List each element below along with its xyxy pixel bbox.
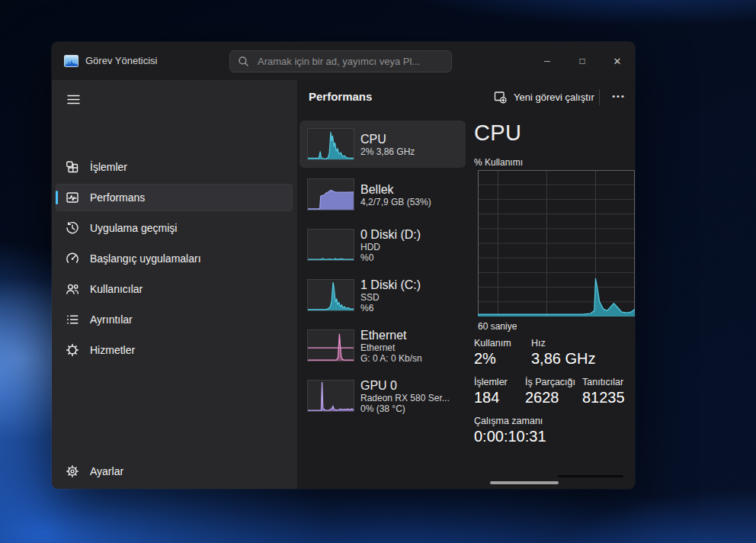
window-title: Görev Yöneticisi xyxy=(85,55,157,66)
perf-item-sub: SSD xyxy=(360,292,421,303)
services-icon xyxy=(65,342,80,358)
sidebar-item-label: Performans xyxy=(90,191,145,204)
perf-item-title: 1 Diski (C:) xyxy=(360,278,421,292)
stat-label-kullanim: Kullanım xyxy=(474,338,511,349)
sidebar-item-ayarlar[interactable]: Ayarlar xyxy=(56,458,293,485)
detail-title: CPU xyxy=(474,120,521,146)
cpu-usage-chart xyxy=(478,170,635,316)
uptime-value: 0:00:10:31 xyxy=(474,428,546,445)
gear-icon xyxy=(65,464,80,479)
horizontal-scrollbar-thumb-secondary[interactable] xyxy=(558,475,623,477)
hamburger-menu-icon xyxy=(67,95,80,104)
perf-item-sub: 4,2/7,9 GB (53%) xyxy=(360,197,431,207)
processes-icon xyxy=(65,159,80,175)
details-icon xyxy=(65,312,80,327)
close-icon: ✕ xyxy=(613,56,622,67)
sidebar-item-kullanicilar[interactable]: Kullanıcılar xyxy=(56,275,293,303)
search-input[interactable] xyxy=(256,55,444,68)
stat-label-islemler: İşlemler xyxy=(474,377,508,387)
sidebar-item-ayrintilar[interactable]: Ayrıntılar xyxy=(56,306,293,333)
sidebar-item-label: Ayrıntılar xyxy=(90,313,133,326)
disk-c-sparkline xyxy=(307,279,354,311)
selected-accent-bar xyxy=(56,191,58,204)
sidebar-item-hizmetler[interactable]: Hizmetler xyxy=(56,336,293,364)
stat-value-hiz: 3,86 GHz xyxy=(531,350,595,368)
time-axis-label: 60 saniye xyxy=(478,321,517,332)
window-controls: ─ □ ✕ xyxy=(530,42,635,80)
perf-item-sub: Radeon RX 580 Ser... xyxy=(360,393,450,403)
gpu-sparkline xyxy=(307,380,354,412)
sidebar-item-islemler[interactable]: İşlemler xyxy=(56,153,293,181)
sidebar-item-label: İşlemler xyxy=(90,161,127,173)
stat-label-hiz: Hız xyxy=(531,338,546,349)
stat-value-is-parcacigi: 2628 xyxy=(525,389,559,406)
sidebar: İşlemler Performans Uygula xyxy=(52,80,297,489)
stat-value-islemler: 184 xyxy=(474,389,499,406)
sidebar-nav: İşlemler Performans Uygula xyxy=(56,153,293,367)
usage-axis-label: % Kullanımı xyxy=(474,157,523,168)
perf-item-sub: HDD xyxy=(360,242,421,252)
users-icon xyxy=(65,281,80,297)
startup-apps-icon xyxy=(65,251,80,266)
perf-item-sub: Ethernet xyxy=(360,342,422,353)
sidebar-item-label: Başlangıç uygulamaları xyxy=(90,252,201,265)
minimize-button[interactable]: ─ xyxy=(530,42,565,80)
maximize-button[interactable]: □ xyxy=(565,42,600,80)
cpu-sparkline xyxy=(307,128,354,160)
sidebar-item-label: Ayarlar xyxy=(90,465,123,477)
content-area: Performans Yeni görevi çalıştır ••• CPU … xyxy=(297,80,635,489)
sidebar-item-uygulama-gecmisi[interactable]: Uygulama geçmişi xyxy=(56,214,293,242)
sidebar-item-baslangic-uygulamalari[interactable]: Başlangıç uygulamaları xyxy=(56,245,293,272)
perf-item-bellek[interactable]: Bellek 4,2/7,9 GB (53%) xyxy=(300,171,466,218)
perf-item-title: GPU 0 xyxy=(360,378,450,393)
perf-item-title: CPU xyxy=(360,132,415,146)
task-manager-app-icon xyxy=(64,55,78,67)
stat-label-taniticilar: Tanıtıcılar xyxy=(582,377,623,387)
memory-sparkline xyxy=(307,178,354,210)
task-manager-window: Görev Yöneticisi ─ □ ✕ xyxy=(52,42,635,489)
maximize-icon: □ xyxy=(579,56,585,66)
horizontal-scrollbar-thumb[interactable] xyxy=(490,481,559,484)
minimize-icon: ─ xyxy=(544,56,550,66)
perf-item-ethernet[interactable]: Ethernet Ethernet G: 0 A: 0 Kb/sn xyxy=(300,322,466,369)
ethernet-sparkline xyxy=(307,329,354,361)
perf-item-sub: %0 xyxy=(360,252,421,263)
sidebar-item-label: Kullanıcılar xyxy=(90,283,143,295)
close-button[interactable]: ✕ xyxy=(600,42,635,80)
performance-icon xyxy=(65,190,80,205)
search-icon xyxy=(238,56,249,67)
uptime-label: Çalışma zamanı xyxy=(474,416,543,426)
titlebar: Görev Yöneticisi ─ □ ✕ xyxy=(52,42,635,80)
disk-d-sparkline xyxy=(307,229,354,261)
stat-label-is-parcacigi: İş Parçacığı xyxy=(525,377,575,387)
perf-item-sub: G: 0 A: 0 Kb/sn xyxy=(360,353,422,364)
app-history-icon xyxy=(65,220,80,236)
stat-value-kullanim: 2% xyxy=(474,350,496,368)
perf-item-sub: %6 xyxy=(360,303,421,313)
perf-item-title: Ethernet xyxy=(360,328,422,342)
perf-item-gpu[interactable]: GPU 0 Radeon RX 580 Ser... 0% (38 °C) xyxy=(300,372,466,419)
navigation-menu-button[interactable] xyxy=(58,86,88,113)
performance-list: CPU 2% 3,86 GHz Bellek 4,2/7,9 GB (53%) … xyxy=(300,120,466,423)
search-box xyxy=(229,50,452,72)
perf-item-sub: 2% 3,86 GHz xyxy=(360,146,415,157)
sidebar-item-performans[interactable]: Performans xyxy=(56,184,293,211)
page-title: Performans xyxy=(309,90,372,103)
perf-item-title: 0 Diski (D:) xyxy=(360,227,421,242)
perf-item-disk-c[interactable]: 1 Diski (C:) SSD %6 xyxy=(300,272,466,319)
sidebar-item-label: Hizmetler xyxy=(90,344,135,356)
perf-item-title: Bellek xyxy=(360,182,431,197)
stat-value-taniticilar: 81235 xyxy=(582,389,625,406)
sidebar-item-label: Uygulama geçmişi xyxy=(90,222,177,234)
cpu-detail-panel: CPU % Kullanımı 60 saniye Kullanım Hız 2… xyxy=(469,80,635,489)
perf-item-cpu[interactable]: CPU 2% 3,86 GHz xyxy=(300,120,466,168)
perf-item-disk-d[interactable]: 0 Diski (D:) HDD %0 xyxy=(300,221,466,268)
perf-item-sub: 0% (38 °C) xyxy=(360,403,450,414)
